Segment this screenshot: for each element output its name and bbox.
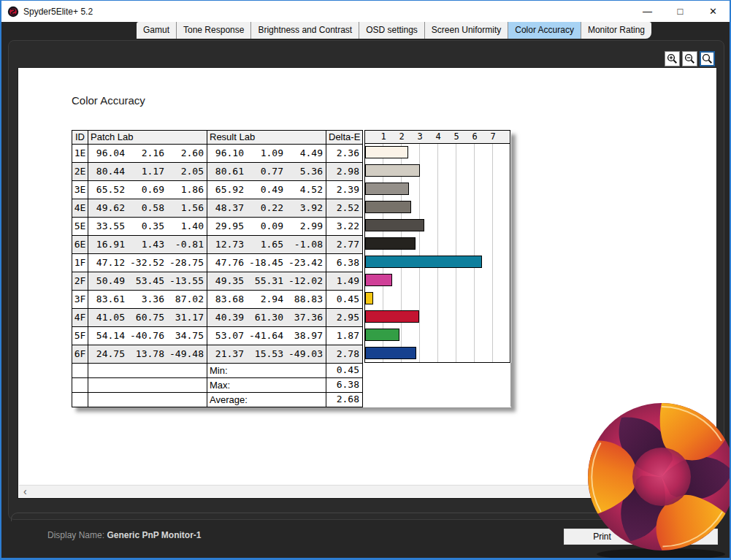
delta-e-chart: 1234567	[364, 130, 511, 407]
column-header-result-lab: Result Lab	[207, 131, 326, 145]
lab-value: 16.91	[88, 236, 128, 253]
summary-empty-cell	[72, 364, 88, 378]
delta-e-bar	[365, 292, 373, 304]
lab-value: 50.49	[88, 272, 128, 290]
lab-value: 4.49	[286, 145, 326, 162]
lab-value: 2.16	[128, 145, 167, 162]
lab-value: 65.92	[207, 181, 247, 199]
summary-label: Min:	[207, 365, 228, 376]
patch-id-cell: 3E	[72, 181, 88, 199]
tab-monitor-rating[interactable]: Monitor Rating	[581, 22, 651, 39]
lab-value: 3.92	[286, 199, 326, 217]
statusbar: Display Name: Generic PnP Monitor-1	[47, 530, 202, 540]
lab-value: 55.31	[247, 272, 286, 290]
lab-value: 3.36	[128, 291, 167, 308]
tab-color-accuracy[interactable]: Color Accuracy	[508, 22, 581, 39]
lab-value: 49.62	[88, 199, 128, 217]
patch-id-cell: 2E	[72, 163, 88, 181]
delta-e-cell: 3.22	[326, 218, 363, 236]
lab-value: 1.65	[247, 236, 286, 253]
close-icon[interactable]: ✕	[697, 1, 730, 22]
delta-e-bar	[365, 164, 420, 177]
axis-tick-label: 2	[399, 131, 404, 143]
tab-osd-settings[interactable]: OSD settings	[359, 22, 425, 39]
result-lab-cell: 12.731.65-1.08	[207, 236, 326, 254]
summary-empty-cell	[72, 378, 88, 393]
lab-value: 80.61	[207, 163, 247, 180]
patch-lab-cell: 96.042.162.60	[88, 145, 207, 163]
maximize-icon[interactable]: □	[664, 1, 697, 22]
patch-lab-cell: 80.441.172.05	[88, 163, 207, 181]
table-row: 6E16.911.43-0.8112.731.65-1.082.77	[72, 236, 363, 254]
display-name-label: Display Name:	[47, 530, 104, 540]
zoom-in-button[interactable]	[665, 51, 680, 66]
patch-lab-cell: 33.550.351.40	[88, 218, 207, 236]
patch-id-cell: 5E	[72, 218, 88, 236]
scroll-left-icon[interactable]: ‹	[23, 486, 27, 497]
delta-e-bar	[365, 329, 399, 341]
minimize-icon[interactable]: —	[631, 1, 664, 22]
lab-value: 40.39	[207, 309, 247, 326]
axis-tick-label: 4	[435, 131, 440, 143]
delta-e-bar	[365, 237, 416, 250]
summary-label-cell: Max:	[207, 378, 326, 393]
tab-tone-response[interactable]: Tone Response	[177, 22, 251, 39]
zoom-toolbar	[665, 51, 715, 66]
patch-lab-cell: 54.14-40.7634.75	[88, 327, 207, 345]
patch-lab-cell: 49.620.581.56	[88, 199, 207, 218]
color-accuracy-block: IDPatch LabResult LabDelta-E1E96.042.162…	[72, 130, 511, 407]
summary-label: Average:	[207, 394, 248, 405]
tab-gamut[interactable]: Gamut	[137, 22, 177, 39]
table-header-row: IDPatch LabResult LabDelta-E	[72, 131, 363, 145]
window-title: Spyder5Elite+ 5.2	[23, 7, 93, 17]
result-lab-cell: 40.3961.3037.36	[207, 309, 326, 327]
zoom-out-button[interactable]	[682, 51, 697, 66]
delta-e-cell: 2.77	[326, 236, 363, 254]
patch-lab-cell: 50.4953.45-13.55	[88, 272, 207, 291]
lab-value: 29.95	[207, 218, 247, 235]
lab-value: 0.69	[128, 181, 167, 199]
result-lab-cell: 48.370.223.92	[207, 199, 326, 218]
summary-value-cell: 2.68	[326, 393, 363, 407]
gridline	[437, 144, 438, 362]
patch-id-cell: 5F	[72, 327, 88, 345]
patch-lab-cell: 16.911.43-0.81	[88, 236, 207, 254]
table-row: 3E65.520.691.8665.920.494.522.39	[72, 181, 363, 199]
lab-value: 41.05	[88, 309, 128, 326]
lab-value: -0.81	[167, 236, 207, 253]
magnifier-minus-icon	[684, 53, 695, 64]
delta-e-cell: 2.78	[326, 345, 363, 364]
lab-value: 34.75	[167, 327, 207, 345]
column-header-delta-e: Delta-E	[326, 131, 363, 145]
page-title: Color Accuracy	[72, 94, 145, 107]
lab-value: 1.40	[167, 218, 207, 235]
lab-value: 1.86	[167, 181, 207, 199]
lab-value: 0.22	[247, 199, 286, 217]
result-lab-cell: 96.101.094.49	[207, 145, 326, 163]
lab-value: 61.30	[247, 309, 286, 326]
lab-value: 87.02	[167, 291, 207, 308]
lab-value: -49.48	[167, 345, 207, 363]
lab-value: 83.68	[207, 291, 247, 308]
chart-footer	[364, 363, 511, 407]
delta-e-bar	[365, 201, 411, 213]
patch-id-cell: 4E	[72, 199, 88, 218]
lab-value: 47.12	[88, 254, 128, 272]
spyder-logo-icon	[7, 6, 19, 18]
zoom-default-button[interactable]	[700, 51, 715, 66]
axis-tick-label: 1	[380, 131, 386, 143]
summary-value-cell: 6.38	[326, 378, 363, 393]
lab-value: 5.36	[286, 163, 326, 180]
app-body: GamutTone ResponseBrightness and Contras…	[1, 22, 730, 559]
summary-row: Min:0.45	[72, 364, 363, 378]
patch-lab-cell: 47.12-32.52-28.75	[88, 254, 207, 272]
patch-id-cell: 1F	[72, 254, 88, 272]
delta-e-cell: 2.98	[326, 163, 363, 181]
summary-empty-cell	[72, 393, 88, 407]
table-row: 1F47.12-32.52-28.7547.76-18.45-23.426.38	[72, 254, 363, 272]
lab-value: 1.09	[247, 145, 286, 162]
tab-brightness-and-contrast[interactable]: Brightness and Contrast	[251, 22, 359, 39]
tab-screen-uniformity[interactable]: Screen Uniformity	[425, 22, 508, 39]
lab-value: 0.77	[247, 163, 286, 180]
gridline	[456, 144, 456, 362]
